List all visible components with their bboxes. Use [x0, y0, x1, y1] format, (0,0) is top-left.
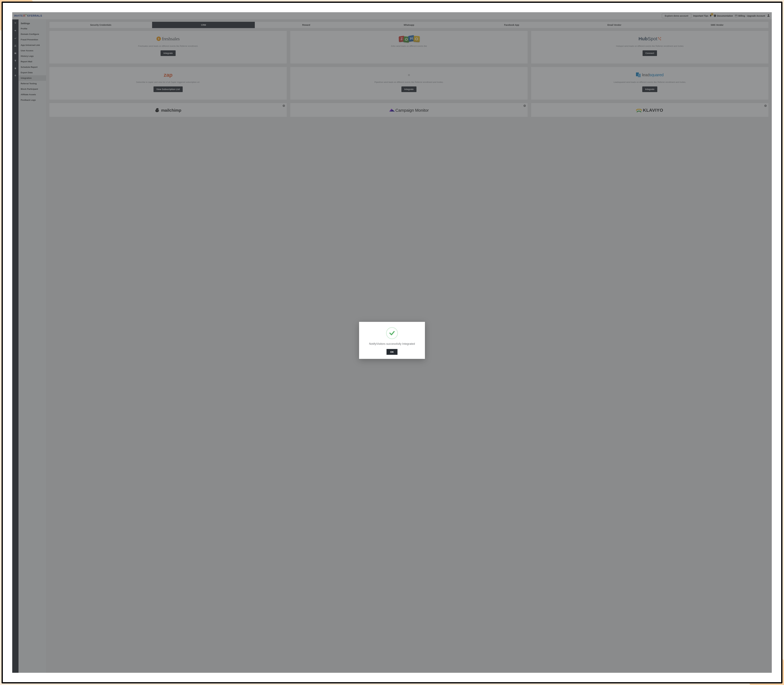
modal-message: NotifyVisitors successfully Integrated [369, 342, 415, 346]
success-check-icon [386, 327, 398, 339]
modal-ok-button[interactable]: OK [387, 349, 398, 355]
app-window: INVITE R EFERRALS Explore demo account I… [12, 12, 772, 673]
outer-frame: INVITE R EFERRALS Explore demo account I… [2, 2, 782, 683]
success-modal: NotifyVisitors successfully Integrated O… [359, 322, 425, 359]
